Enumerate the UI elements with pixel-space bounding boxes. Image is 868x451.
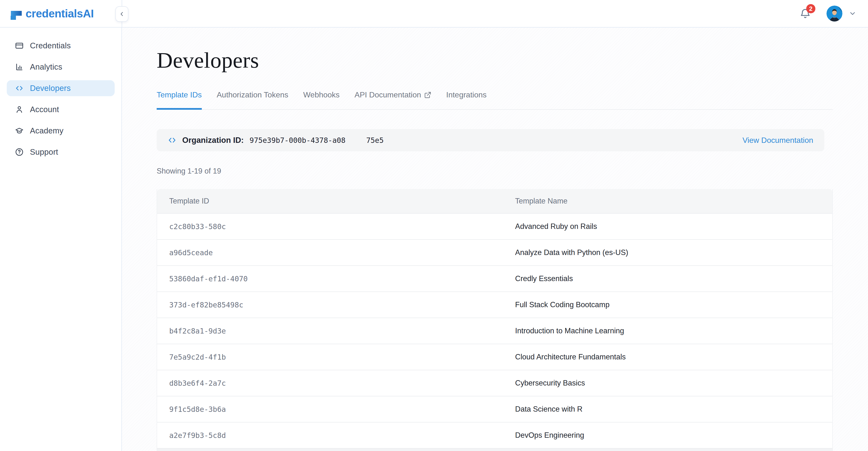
sidebar: Credentials Analytics Developers Account <box>0 28 122 451</box>
template-id-cell: 7e5a9c2d-4f1b <box>157 353 503 361</box>
tab-label: Webhooks <box>303 90 340 99</box>
template-name-cell: Data Science with R <box>503 405 832 414</box>
template-name-cell: Introduction to Machine Learning <box>503 327 832 335</box>
topbar-right: 2 <box>800 5 868 22</box>
column-header-template-name: Template Name <box>503 197 832 205</box>
brand-logo-icon <box>8 7 22 20</box>
tab-label: API Documentation <box>354 90 421 99</box>
sidebar-item-account[interactable]: Account <box>7 102 115 117</box>
help-circle-icon <box>15 148 24 157</box>
template-id-cell: b4f2c8a1-9d3e <box>157 327 503 335</box>
sidebar-item-developers[interactable]: Developers <box>7 80 115 96</box>
template-id-cell: 9f1c5d8e-3b6a <box>157 405 503 414</box>
column-header-template-id: Template ID <box>157 197 503 205</box>
table-header-row: Template ID Template Name <box>157 189 832 213</box>
sidebar-item-academy[interactable]: Academy <box>7 123 115 139</box>
sidebar-item-label: Analytics <box>30 62 62 72</box>
template-name-cell: Cybersecurity Basics <box>503 379 832 388</box>
tab-template-ids[interactable]: Template IDs <box>157 90 202 110</box>
brand[interactable]: credentialsAI <box>0 7 94 20</box>
avatar-image <box>827 5 842 22</box>
template-id-cell: a96d5ceade <box>157 249 503 257</box>
table-row: b4f2c8a1-9d3e Introduction to Machine Le… <box>157 317 832 344</box>
view-documentation-link[interactable]: View Documentation <box>742 136 813 145</box>
table-row: 7e5a9c2d-4f1b Cloud Architecture Fundame… <box>157 344 832 370</box>
template-name-cell: Cloud Architecture Fundamentals <box>503 353 832 361</box>
template-name-cell: Advanced Ruby on Rails <box>503 222 832 231</box>
table-row: c2c80b33-580c Advanced Ruby on Rails <box>157 213 832 239</box>
tab-api-documentation[interactable]: API Documentation <box>354 90 431 110</box>
template-name-cell: Full Stack Coding Bootcamp <box>503 301 832 309</box>
brand-name: credentialsAI <box>26 7 94 20</box>
table-row: a96d5ceade Analyze Data with Python (es-… <box>157 239 832 265</box>
template-name-cell: DevOps Engineering <box>503 431 832 440</box>
notification-badge: 2 <box>806 4 815 13</box>
organization-id-suffix: 75e5 <box>366 136 383 144</box>
tab-label: Integrations <box>446 90 487 99</box>
sidebar-collapse-button[interactable] <box>115 6 128 22</box>
notifications-button[interactable]: 2 <box>800 7 811 20</box>
account-menu-chevron-down-icon[interactable] <box>849 10 857 18</box>
template-id-cell: 373d-ef82be85498c <box>157 301 503 309</box>
tab-label: Template IDs <box>157 90 202 99</box>
results-summary: Showing 1-19 of 19 <box>157 167 868 175</box>
tab-label: Authorization Tokens <box>217 90 288 99</box>
organization-id-banner: Organization ID: 975e39b7-000b-4378-a08 … <box>157 129 824 151</box>
main-content: Developers Template IDs Authorization To… <box>122 28 868 451</box>
organization-id-value: 975e39b7-000b-4378-a08 <box>250 136 345 144</box>
table-row: 53860daf-ef1d-4070 Credly Essentials <box>157 265 832 291</box>
credit-card-icon <box>15 41 24 50</box>
template-id-cell: d8b3e6f4-2a7c <box>157 379 503 388</box>
page-title: Developers <box>157 47 868 73</box>
graduation-cap-icon <box>15 126 24 135</box>
table-row: d8b3e6f4-2a7c Cybersecurity Basics <box>157 370 832 396</box>
tab-bar: Template IDs Authorization Tokens Webhoo… <box>157 90 833 110</box>
templates-table: Template ID Template Name c2c80b33-580c … <box>157 189 833 451</box>
table-row: 373d-ef82be85498c Full Stack Coding Boot… <box>157 291 832 317</box>
template-id-cell: c2c80b33-580c <box>157 222 503 231</box>
table-row: a2e7f9b3-5c8d DevOps Engineering <box>157 422 832 448</box>
organization-id-label: Organization ID: <box>182 136 244 145</box>
template-name-cell: Analyze Data with Python (es-US) <box>503 248 832 257</box>
sidebar-item-label: Credentials <box>30 41 71 50</box>
external-link-icon <box>424 91 431 98</box>
table-clipped-row <box>157 448 832 451</box>
table-row: 9f1c5d8e-3b6a Data Science with R <box>157 396 832 422</box>
code-icon <box>168 136 177 144</box>
code-icon <box>15 84 24 92</box>
tab-authorization-tokens[interactable]: Authorization Tokens <box>217 90 288 110</box>
template-id-cell: a2e7f9b3-5c8d <box>157 431 503 440</box>
template-id-cell: 53860daf-ef1d-4070 <box>157 275 503 283</box>
tab-webhooks[interactable]: Webhooks <box>303 90 340 110</box>
sidebar-item-analytics[interactable]: Analytics <box>7 59 115 75</box>
chevron-left-icon <box>119 11 125 17</box>
template-name-cell: Credly Essentials <box>503 274 832 283</box>
sidebar-item-label: Account <box>30 105 59 114</box>
organization-id-group: Organization ID: 975e39b7-000b-4378-a08 … <box>168 136 383 145</box>
avatar[interactable] <box>827 5 842 22</box>
sidebar-item-label: Academy <box>30 126 63 135</box>
sidebar-item-credentials[interactable]: Credentials <box>7 38 115 54</box>
sidebar-item-label: Developers <box>30 84 71 93</box>
sidebar-item-label: Support <box>30 147 58 157</box>
bar-chart-icon <box>15 63 24 71</box>
sidebar-item-support[interactable]: Support <box>7 144 115 160</box>
user-icon <box>15 105 24 114</box>
topbar: credentialsAI 2 <box>0 0 868 28</box>
app-window: credentialsAI 2 <box>0 0 868 451</box>
tab-integrations[interactable]: Integrations <box>446 90 487 110</box>
